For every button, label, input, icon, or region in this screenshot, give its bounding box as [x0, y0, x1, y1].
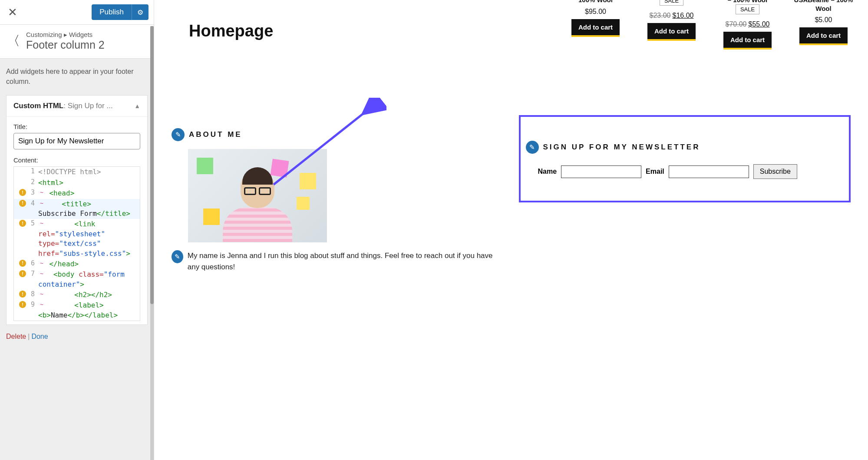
code-line[interactable]: 2<html>	[14, 178, 140, 188]
widget-header[interactable]: Custom HTML: Sign Up for ... ▲	[7, 96, 147, 117]
sale-badge: SALE	[660, 0, 683, 6]
code-line[interactable]: !7~ <body class="formcontainer">	[14, 269, 140, 290]
warning-icon: !	[19, 301, 26, 308]
warning-icon: !	[19, 291, 26, 298]
widget-card: Custom HTML: Sign Up for ... ▲ Title: Co…	[6, 95, 148, 325]
close-icon[interactable]: ✕	[5, 6, 20, 19]
product-card: USABeanie – 100% Wool$5.00Add to cart	[792, 0, 855, 50]
about-title: ABOUT ME	[189, 130, 242, 139]
page-title: Homepage	[189, 22, 273, 40]
gear-icon: ⚙	[137, 9, 143, 16]
publish-button[interactable]: Publish	[92, 4, 132, 20]
about-me-column: ✎ ABOUT ME ✎ My name is Jenna and I run …	[172, 128, 504, 272]
products-row: 100% Wool$95.00Add to cartSALE$23.00$16.…	[564, 0, 855, 50]
product-card: 100% Wool$95.00Add to cart	[564, 0, 627, 50]
product-name: – 100% Wool	[716, 0, 779, 4]
publish-settings-button[interactable]: ⚙	[132, 4, 149, 20]
code-line[interactable]: !3~ <head>	[14, 188, 140, 199]
product-price: $95.00	[564, 8, 627, 16]
done-link[interactable]: Done	[31, 333, 48, 340]
product-name: USABeanie – 100% Wool	[792, 0, 855, 13]
sale-badge: SALE	[736, 4, 759, 14]
sidebar-topbar: ✕ Publish ⚙	[0, 0, 154, 25]
subscribe-button[interactable]: Subscribe	[753, 164, 797, 179]
caret-up-icon: ▲	[134, 103, 140, 109]
product-price: $5.00	[792, 16, 855, 24]
code-line[interactable]: !6~ </head>	[14, 259, 140, 269]
breadcrumb-panel: 〈 Customizing ▸ Widgets Footer column 2	[0, 25, 154, 59]
email-input[interactable]	[669, 165, 749, 178]
add-to-cart-button[interactable]: Add to cart	[571, 19, 620, 37]
title-label: Title:	[13, 123, 140, 130]
highlight-box: ✎ SIGN UP FOR MY NEWSLETTER Name Email S…	[519, 115, 851, 202]
email-label: Email	[646, 168, 664, 175]
customizer-sidebar: ✕ Publish ⚙ 〈 Customizing ▸ Widgets Foot…	[0, 0, 154, 460]
edit-icon[interactable]: ✎	[172, 250, 183, 263]
back-chevron-icon[interactable]: 〈	[7, 32, 20, 50]
warning-icon: !	[19, 189, 26, 196]
name-label: Name	[538, 168, 557, 175]
product-card: SALE$23.00$16.00Add to cart	[640, 0, 703, 50]
warning-icon: !	[19, 200, 26, 207]
about-text: My name is Jenna and I run this blog abo…	[188, 250, 504, 272]
code-line[interactable]: !8~ <h2></h2>	[14, 290, 140, 300]
product-card: – 100% WoolSALE$70.00$55.00Add to cart	[716, 0, 779, 50]
edit-icon[interactable]: ✎	[526, 141, 539, 154]
code-line[interactable]: !4~ <title>Subscribe Form</title>	[14, 199, 140, 219]
widget-title-input[interactable]	[13, 133, 140, 149]
warning-icon: !	[19, 270, 26, 277]
product-name: 100% Wool	[564, 0, 627, 4]
product-price: $23.00$16.00	[640, 12, 703, 20]
newsletter-column: ✎ SIGN UP FOR MY NEWSLETTER Name Email S…	[519, 128, 851, 272]
add-to-cart-button[interactable]: Add to cart	[647, 23, 696, 41]
code-line[interactable]: !5~ <linkrel="stylesheet"type="text/css"…	[14, 219, 140, 259]
helper-text: Add widgets here to appear in your foote…	[0, 59, 154, 89]
code-line[interactable]: !9~ <label><b>Name</b></label>	[14, 300, 140, 321]
warning-icon: !	[19, 260, 26, 267]
warning-icon: !	[19, 220, 26, 227]
add-to-cart-button[interactable]: Add to cart	[799, 27, 848, 45]
name-input[interactable]	[561, 165, 641, 178]
code-line[interactable]: 1<!DOCTYPE html>	[14, 167, 140, 177]
code-editor[interactable]: 1<!DOCTYPE html>2<html>!3~ <head>!4~ <ti…	[13, 166, 140, 321]
delete-link[interactable]: Delete	[6, 333, 26, 340]
sidebar-scrollbar[interactable]	[150, 26, 154, 460]
breadcrumb-path: Customizing ▸ Widgets	[26, 31, 105, 39]
widget-actions: Delete|Done	[0, 331, 154, 343]
newsletter-title: SIGN UP FOR MY NEWSLETTER	[543, 143, 700, 152]
product-price: $70.00$55.00	[716, 20, 779, 28]
newsletter-form: Name Email Subscribe	[538, 164, 844, 179]
add-to-cart-button[interactable]: Add to cart	[723, 32, 772, 50]
breadcrumb-current: Footer column 2	[26, 39, 105, 51]
preview-pane: Homepage 100% Wool$95.00Add to cartSALE$…	[154, 0, 868, 460]
content-label: Content:	[13, 156, 140, 164]
edit-icon[interactable]: ✎	[172, 128, 185, 141]
about-image	[188, 149, 327, 242]
